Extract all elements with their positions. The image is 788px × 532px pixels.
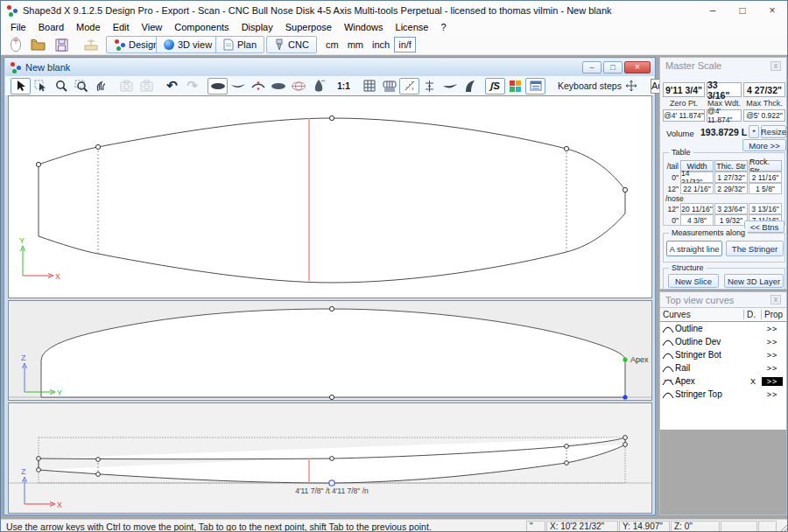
cell-nose12-thic[interactable]: 3 23/64" bbox=[714, 203, 748, 214]
cell-tail0-width[interactable]: 14 21/32" bbox=[680, 172, 714, 183]
control-point[interactable] bbox=[623, 187, 627, 192]
curve-row-rail[interactable]: Rail >> bbox=[660, 361, 786, 374]
menu-windows[interactable]: Windows bbox=[338, 22, 390, 32]
cell-tail12-thic[interactable]: 2 29/32" bbox=[714, 183, 748, 194]
rock-str-header-button[interactable]: Rock. Str bbox=[749, 160, 782, 172]
volume-star-button[interactable]: * bbox=[749, 125, 759, 138]
rocker-view[interactable]: 4'11 7/8" /t 4'11 7/8" /n Z X bbox=[8, 402, 652, 514]
control-point[interactable] bbox=[95, 144, 100, 149]
menu-mode[interactable]: Mode bbox=[70, 22, 107, 32]
cell-nose12-width[interactable]: 20 11/16" bbox=[680, 203, 714, 214]
prop-link[interactable]: >> bbox=[762, 364, 783, 373]
measurements-icon[interactable]: x bbox=[399, 78, 419, 94]
doc-minimize-button[interactable]: – bbox=[582, 61, 602, 74]
btns-button[interactable]: << Btns bbox=[744, 220, 784, 233]
prop-link[interactable]: >> bbox=[762, 390, 783, 399]
slice-view[interactable]: Apex Z Y bbox=[8, 300, 652, 401]
unit-inf[interactable]: in/f bbox=[394, 37, 416, 52]
fin-icon[interactable] bbox=[460, 78, 480, 94]
open-folder-icon[interactable] bbox=[29, 36, 48, 53]
pan-hand-icon[interactable] bbox=[91, 78, 111, 94]
snapshot-copy-icon[interactable] bbox=[137, 78, 157, 94]
cell-nose12-rock[interactable]: 3 13/16" bbox=[749, 203, 782, 214]
zoom-icon[interactable] bbox=[51, 78, 71, 94]
length-field[interactable]: 9'11 3/4" bbox=[663, 82, 705, 97]
cell-tail12-width[interactable]: 22 1/16" bbox=[680, 183, 714, 194]
cnc-button[interactable]: CNC bbox=[266, 36, 317, 53]
guidelines-icon[interactable] bbox=[419, 78, 440, 94]
prop-link[interactable]: >> bbox=[762, 325, 783, 333]
apex-point[interactable] bbox=[623, 357, 627, 361]
flow-lines-icon[interactable]: ʃS bbox=[485, 78, 505, 94]
unit-mm[interactable]: mm bbox=[343, 39, 368, 50]
control-point[interactable] bbox=[329, 395, 334, 399]
select-cursor-icon[interactable] bbox=[11, 78, 31, 94]
the-stringer-button[interactable]: The Stringer bbox=[726, 241, 784, 256]
menu-components[interactable]: Components bbox=[168, 22, 235, 32]
keyboard-steps-icon[interactable] bbox=[622, 78, 642, 94]
outline-view[interactable]: Y X bbox=[8, 95, 652, 298]
control-point[interactable] bbox=[37, 457, 41, 461]
slices-icon[interactable] bbox=[379, 78, 399, 94]
control-point[interactable] bbox=[329, 306, 334, 311]
prop-link-selected[interactable]: >> bbox=[762, 377, 783, 386]
close-button[interactable]: × bbox=[757, 1, 787, 20]
shaded-view-icon[interactable] bbox=[268, 78, 288, 94]
zoom-window-icon[interactable] bbox=[71, 78, 91, 94]
curve-row-outline[interactable]: Outline >> bbox=[660, 322, 786, 335]
menu-file[interactable]: File bbox=[4, 22, 32, 32]
cell-tail12-rock[interactable]: 1 5/8" bbox=[749, 183, 782, 194]
menu-view[interactable]: View bbox=[136, 22, 169, 32]
menu-license[interactable]: License bbox=[390, 22, 435, 32]
maximize-button[interactable]: □ bbox=[728, 1, 757, 20]
curve-row-outline-dev[interactable]: Outline Dev >> bbox=[660, 335, 786, 348]
resize-grip[interactable] bbox=[778, 522, 788, 532]
control-point[interactable] bbox=[623, 443, 628, 447]
width-field[interactable]: 33 3/16" bbox=[707, 82, 742, 97]
thickness-field[interactable]: 4 27/32" bbox=[743, 82, 785, 97]
control-point[interactable] bbox=[96, 458, 101, 462]
curve-row-stringer-bot[interactable]: Stringer Bot >> bbox=[660, 348, 786, 361]
plan-button[interactable]: Plan bbox=[215, 36, 264, 53]
menu-board[interactable]: Board bbox=[32, 22, 70, 32]
dimensions-icon[interactable] bbox=[81, 36, 101, 53]
menu-display[interactable]: Display bbox=[236, 22, 279, 32]
undo-icon[interactable]: ↶ bbox=[162, 78, 182, 94]
cell-nose0-width[interactable]: 4 3/8" bbox=[680, 214, 714, 226]
control-point[interactable] bbox=[564, 146, 568, 150]
zero-pt-field[interactable]: @4' 11.874" bbox=[663, 109, 705, 122]
control-point[interactable] bbox=[565, 444, 569, 449]
unit-inch[interactable]: inch bbox=[368, 39, 394, 50]
wireframe-view-icon[interactable] bbox=[288, 78, 308, 94]
menu-help[interactable]: ? bbox=[434, 22, 452, 32]
max-thick-field[interactable]: @5' 0.922" bbox=[743, 109, 785, 122]
perspective-view-icon[interactable] bbox=[308, 78, 328, 94]
curves-panel-close-icon[interactable]: x bbox=[770, 295, 781, 304]
thickness-view-icon[interactable] bbox=[248, 78, 268, 94]
outline-view-icon[interactable] bbox=[208, 78, 228, 94]
selected-control-point[interactable] bbox=[329, 480, 334, 486]
prop-link[interactable]: >> bbox=[762, 338, 783, 346]
curvature-icon[interactable] bbox=[440, 78, 460, 94]
unit-cm[interactable]: cm bbox=[321, 39, 343, 50]
new-slice-button[interactable]: New Slice bbox=[668, 274, 719, 288]
cell-tail0-thic[interactable]: 1 27/32" bbox=[714, 172, 748, 183]
one-to-one-icon[interactable]: 1:1 bbox=[334, 78, 354, 94]
snapshot-icon[interactable] bbox=[116, 78, 137, 94]
select-area-icon[interactable] bbox=[31, 78, 51, 94]
colors-icon[interactable] bbox=[505, 78, 525, 94]
cell-nose0-thic[interactable]: 1 9/32" bbox=[714, 214, 748, 226]
straight-line-button[interactable]: A straight line bbox=[666, 241, 722, 256]
redo-icon[interactable]: ↷ bbox=[182, 78, 202, 94]
cell-tail0-rock[interactable]: 2 11/16" bbox=[749, 172, 782, 183]
control-point[interactable] bbox=[96, 472, 101, 477]
thic-str-header-button[interactable]: Thic. Str bbox=[714, 160, 748, 172]
rail-point[interactable] bbox=[623, 395, 627, 399]
curve-row-apex[interactable]: Apex X >> bbox=[660, 374, 786, 388]
doc-maximize-button[interactable]: □ bbox=[603, 61, 623, 74]
control-point[interactable] bbox=[329, 116, 334, 120]
new-3d-layer-button[interactable]: New 3D Layer bbox=[724, 274, 784, 288]
menu-superpose[interactable]: Superpose bbox=[279, 22, 338, 32]
curve-row-stringer-top[interactable]: Stringer Top >> bbox=[660, 388, 786, 401]
control-point[interactable] bbox=[623, 436, 628, 440]
